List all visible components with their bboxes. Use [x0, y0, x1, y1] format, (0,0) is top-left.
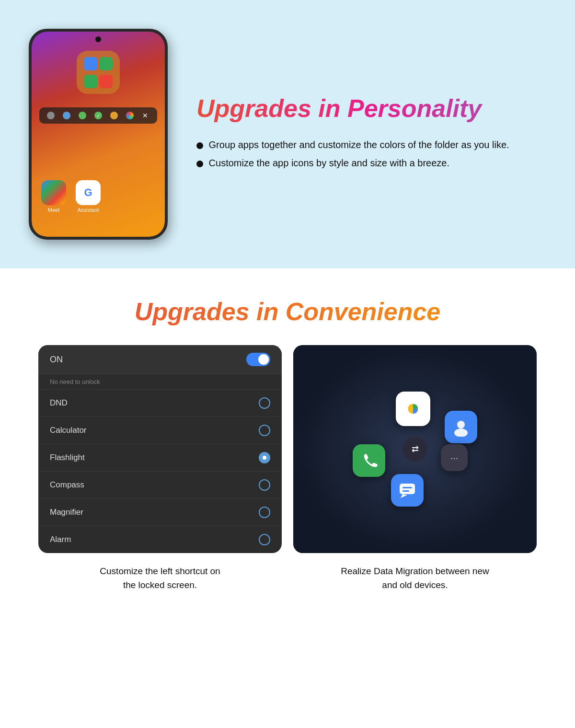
- radio-dnd[interactable]: [259, 397, 270, 409]
- app-meet-icon: [41, 180, 66, 205]
- radio-compass[interactable]: [259, 479, 270, 491]
- toggle-label: ON: [50, 355, 63, 365]
- migration-icons: ··· ⇄: [348, 382, 482, 516]
- phone-notch: [95, 36, 101, 42]
- radio-alarm[interactable]: [259, 534, 270, 545]
- phone-folder: [77, 51, 120, 94]
- svg-text:G: G: [84, 186, 92, 198]
- contacts-icon: [445, 411, 477, 443]
- sublabel-row: No need to unlock: [38, 374, 282, 390]
- arrows-icon: ⇄: [412, 444, 419, 454]
- personality-content: Upgrades in Personality Group apps toget…: [196, 94, 546, 174]
- radio-calculator[interactable]: [259, 425, 270, 436]
- svg-rect-7: [402, 487, 412, 488]
- lock-screen-panel: ON No need to unlock DND Calculator Flas…: [38, 345, 282, 553]
- svg-rect-5: [400, 484, 415, 494]
- panel-row-dnd[interactable]: DND: [38, 390, 282, 417]
- folder-icon-4: [99, 75, 113, 88]
- bullet-dot-2: [196, 161, 203, 167]
- left-caption-text: Customize the left shortcut onthe locked…: [100, 566, 220, 590]
- radio-magnifier[interactable]: [259, 507, 270, 518]
- right-caption: Realize Data Migration between newand ol…: [293, 565, 537, 592]
- phone-screen: ✓ ✕ Meet: [32, 32, 165, 237]
- folder-icon-3: [84, 75, 97, 88]
- radio-flashlight[interactable]: [259, 452, 270, 463]
- personality-title: Upgrades in Personality: [196, 94, 546, 123]
- calculator-label: Calculator: [50, 426, 87, 435]
- app-meet-wrap: Meet: [41, 180, 66, 213]
- dnd-label: DND: [50, 398, 68, 408]
- convenience-title: Upgrades in Convenience: [38, 297, 537, 326]
- app-assistant-wrap: G Assistant: [76, 180, 101, 213]
- app-assistant-icon: G: [76, 180, 101, 205]
- convenience-section: Upgrades in Convenience ON No need to un…: [0, 268, 575, 621]
- convenience-captions: Customize the left shortcut onthe locked…: [38, 565, 537, 592]
- color-picker-row[interactable]: ✓ ✕: [39, 107, 157, 124]
- toggle-row[interactable]: ON: [38, 345, 282, 374]
- color-blue[interactable]: [63, 112, 70, 119]
- svg-point-4: [454, 428, 468, 437]
- panel-row-compass[interactable]: Compass: [38, 472, 282, 499]
- magnifier-label: Magnifier: [50, 508, 83, 517]
- personality-bullets: Group apps together and customize the co…: [196, 138, 546, 170]
- more-icon: ···: [441, 444, 468, 471]
- app-assistant-label: Assistant: [78, 207, 99, 213]
- panel-row-flashlight[interactable]: Flashlight: [38, 444, 282, 472]
- migration-panel: ··· ⇄: [293, 345, 537, 553]
- panel-row-alarm[interactable]: Alarm: [38, 526, 282, 553]
- svg-point-3: [457, 421, 465, 428]
- convenience-panels: ON No need to unlock DND Calculator Flas…: [38, 345, 537, 553]
- apps-row: Meet G Assistant: [41, 180, 101, 213]
- flashlight-label: Flashlight: [50, 453, 85, 462]
- phone-app-icon: [353, 444, 385, 477]
- phone-body: ✓ ✕ Meet: [29, 29, 168, 240]
- folder-icon-2: [99, 57, 113, 70]
- close-icon[interactable]: ✕: [141, 112, 149, 119]
- toggle-switch[interactable]: [246, 353, 270, 366]
- more-dots: ···: [450, 452, 459, 463]
- app-meet-label: Meet: [48, 207, 59, 213]
- migration-arrows: ⇄: [402, 437, 427, 462]
- bullet-1: Group apps together and customize the co…: [196, 138, 546, 152]
- left-caption: Customize the left shortcut onthe locked…: [38, 565, 282, 592]
- compass-label: Compass: [50, 480, 84, 490]
- right-caption-text: Realize Data Migration between newand ol…: [341, 566, 489, 590]
- folder-icon-1: [84, 57, 97, 70]
- svg-marker-6: [401, 494, 407, 498]
- bullet-2: Customize the app icons by style and siz…: [196, 156, 546, 170]
- photos-icon: [396, 392, 430, 426]
- phone-mockup: ✓ ✕ Meet: [29, 29, 168, 240]
- panel-row-calculator[interactable]: Calculator: [38, 417, 282, 444]
- bullet-dot-1: [196, 142, 203, 149]
- sublabel-text: No need to unlock: [50, 378, 100, 385]
- color-yellow[interactable]: [110, 112, 118, 119]
- personality-section: ✓ ✕ Meet: [0, 0, 575, 268]
- color-multi[interactable]: [126, 112, 134, 119]
- panel-row-magnifier[interactable]: Magnifier: [38, 499, 282, 526]
- color-gray[interactable]: [47, 112, 55, 119]
- svg-rect-8: [402, 490, 409, 492]
- messages-icon: [391, 474, 424, 507]
- color-green[interactable]: [79, 112, 86, 119]
- alarm-label: Alarm: [50, 535, 71, 544]
- color-check[interactable]: ✓: [94, 112, 102, 119]
